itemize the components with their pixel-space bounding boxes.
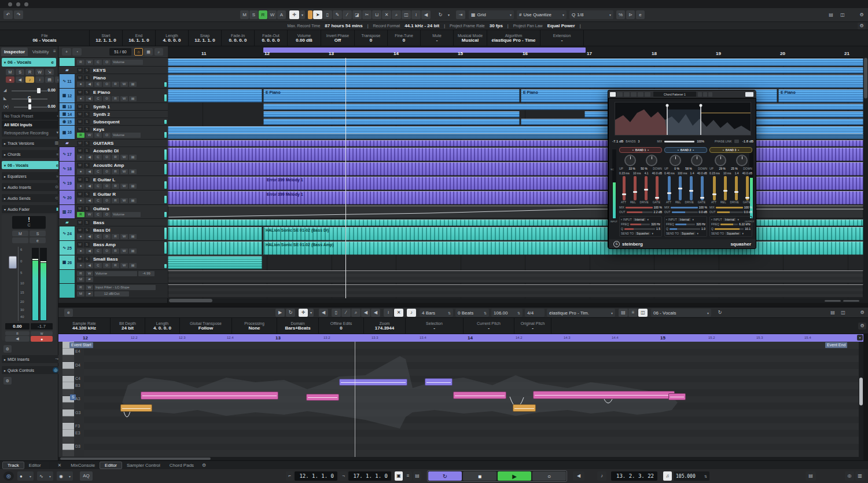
volume-value[interactable]: 0.00 bbox=[47, 88, 56, 92]
vscroll-thumb[interactable] bbox=[864, 58, 867, 98]
solo-button[interactable]: S bbox=[84, 104, 90, 109]
info-field-start[interactable]: Start12. 1. 1. 0 bbox=[90, 30, 123, 46]
audio-event[interactable] bbox=[168, 148, 863, 161]
field-value[interactable]: - bbox=[436, 38, 438, 43]
editor-autoscroll-options[interactable]: ▾ bbox=[308, 309, 314, 317]
mute-automation-button[interactable]: M bbox=[77, 291, 84, 297]
read-button[interactable]: R bbox=[112, 263, 119, 268]
inspector-settings-button-2[interactable]: ⚙ bbox=[3, 377, 12, 385]
read-button[interactable]: R bbox=[112, 248, 119, 254]
stepper-icon[interactable]: ⇅ bbox=[484, 311, 487, 315]
fader-write-button[interactable]: W bbox=[31, 331, 53, 335]
monitor-button[interactable]: ◀ bbox=[86, 169, 93, 174]
mute-button[interactable]: M bbox=[77, 141, 83, 146]
fader-listen-button[interactable] bbox=[12, 237, 28, 243]
up-knob[interactable] bbox=[624, 155, 636, 166]
comp-tool[interactable]: ◫ bbox=[402, 10, 411, 19]
midi-activity-button[interactable]: ◎ bbox=[845, 471, 854, 481]
mute-button[interactable]: M bbox=[77, 163, 83, 168]
sc-enable[interactable]: • bbox=[711, 218, 712, 221]
freq-value[interactable]: 6.22 kHz bbox=[739, 222, 751, 226]
info-field-mute[interactable]: Mute- bbox=[421, 30, 454, 46]
record-button[interactable]: ● bbox=[77, 184, 84, 189]
tab-track[interactable]: Track bbox=[2, 462, 24, 469]
info-field-invert-phase[interactable]: Invert PhaseOff bbox=[321, 30, 355, 46]
open-button[interactable]: O bbox=[103, 60, 111, 65]
read-button[interactable]: R bbox=[77, 60, 84, 65]
glue-tool[interactable]: ⊔ bbox=[372, 10, 381, 19]
open-button[interactable]: O bbox=[103, 212, 111, 217]
audio-event[interactable]: Error 399 Melody 1 bbox=[168, 177, 863, 190]
att-slider[interactable] bbox=[713, 176, 716, 200]
plugin-bypass-button[interactable] bbox=[617, 92, 623, 97]
write-button[interactable]: W bbox=[120, 263, 128, 268]
solo-button[interactable]: S bbox=[84, 75, 90, 80]
info-field-end[interactable]: End16. 1. 1. 0 bbox=[123, 30, 156, 46]
write-button[interactable]: W bbox=[86, 212, 93, 217]
track-preset-button[interactable]: ◔ bbox=[72, 48, 82, 56]
solo-button[interactable]: S bbox=[84, 220, 90, 225]
field-value[interactable]: Follow bbox=[198, 325, 213, 331]
traffic-light-minimize[interactable] bbox=[16, 2, 20, 6]
traffic-light-maximize[interactable] bbox=[24, 2, 28, 6]
pitch-segment[interactable] bbox=[668, 393, 686, 400]
close-lower-zone-icon[interactable]: ✕ bbox=[58, 463, 62, 468]
inspector-solo-button[interactable]: S bbox=[16, 69, 24, 75]
field-value[interactable]: 12. 1. 1. 0 bbox=[95, 38, 116, 43]
preset-prev-button[interactable] bbox=[698, 92, 702, 97]
q-slider[interactable] bbox=[670, 228, 700, 230]
find-track-button[interactable]: ⌕ bbox=[155, 48, 163, 56]
record-button[interactable]: ● bbox=[77, 96, 84, 101]
send-to-value[interactable]: Squasher bbox=[635, 232, 650, 235]
track-name[interactable]: Acoustic Amp bbox=[93, 163, 124, 168]
up-value[interactable]: 33 % bbox=[628, 167, 635, 170]
inserts-button[interactable]: ⊙ bbox=[103, 96, 111, 101]
mute-button[interactable]: M bbox=[77, 119, 83, 125]
inspector-write-button[interactable]: W bbox=[35, 69, 44, 75]
pitch-segment[interactable] bbox=[306, 394, 339, 401]
hscroll-thumb[interactable] bbox=[169, 299, 212, 302]
field-value[interactable]: 12. 1. 1. 0 bbox=[194, 38, 215, 43]
fader-mute-button[interactable]: M bbox=[12, 230, 28, 236]
toolbar-setup-button[interactable]: ⚙ bbox=[858, 10, 866, 19]
write-button[interactable]: W bbox=[86, 285, 93, 290]
quantize-apply-button[interactable]: e bbox=[636, 10, 645, 19]
track-name[interactable]: E Guitar R bbox=[93, 192, 116, 197]
playhead[interactable] bbox=[345, 58, 346, 298]
info-field-length[interactable]: Length4. 0. 0. 0 bbox=[156, 30, 189, 46]
track-name[interactable]: Bass bbox=[93, 220, 104, 225]
tab-editor[interactable]: Editor bbox=[100, 462, 122, 469]
track-name[interactable]: KEYS bbox=[93, 68, 106, 73]
record-button[interactable]: ● bbox=[77, 155, 84, 160]
cycle-button[interactable]: ↻ bbox=[428, 471, 462, 481]
plugin-sidechain-toggle[interactable] bbox=[745, 92, 753, 97]
audio-event[interactable] bbox=[168, 75, 863, 88]
track-row-folder[interactable]: ▰ MS Bass bbox=[58, 219, 168, 226]
midi-event[interactable] bbox=[168, 256, 262, 269]
tab-chord-pads[interactable]: Chord Pads bbox=[165, 462, 198, 469]
rel-slider[interactable] bbox=[634, 176, 637, 200]
pre-roll-button[interactable]: ◀ bbox=[573, 471, 584, 481]
editor-track-dropdown[interactable]: 06 - Vocals▾ bbox=[651, 309, 711, 317]
track-name[interactable]: Bass Amp bbox=[93, 242, 116, 247]
automation-lane[interactable]: RW Volume -4.99 M▰ bbox=[58, 270, 168, 284]
editor-feedback2-button[interactable]: ↻ bbox=[715, 309, 725, 317]
zoom-h-slider[interactable] bbox=[825, 300, 841, 302]
audio-event[interactable]: Error 399 Melody 1 bbox=[168, 191, 863, 204]
audio-event[interactable]: HALion Sonic SE 01-02 (Bass DI) bbox=[263, 227, 863, 240]
record-button[interactable]: ● bbox=[77, 234, 84, 239]
rel-slider[interactable] bbox=[724, 176, 727, 200]
add-track-button[interactable]: + bbox=[62, 48, 71, 56]
mute-all-button[interactable]: M bbox=[240, 10, 249, 19]
write-button[interactable]: W bbox=[120, 82, 128, 87]
marker-home-button[interactable]: ⌂ bbox=[134, 48, 143, 56]
section-track-versions[interactable]: ▸Track Versions▥ bbox=[2, 139, 61, 147]
editor-field-length[interactable]: Length4. 0. 0. 0 bbox=[145, 318, 180, 334]
solo-button[interactable]: S bbox=[84, 68, 90, 73]
editor-speaker-tool[interactable]: ◀ bbox=[319, 309, 328, 317]
write-button[interactable]: W bbox=[86, 133, 93, 138]
channel-button[interactable]: ▤ bbox=[129, 263, 137, 268]
solo-all-button[interactable]: S bbox=[249, 10, 258, 19]
snap-button[interactable]: ⇥ bbox=[456, 10, 465, 19]
midi-event[interactable] bbox=[168, 126, 863, 139]
